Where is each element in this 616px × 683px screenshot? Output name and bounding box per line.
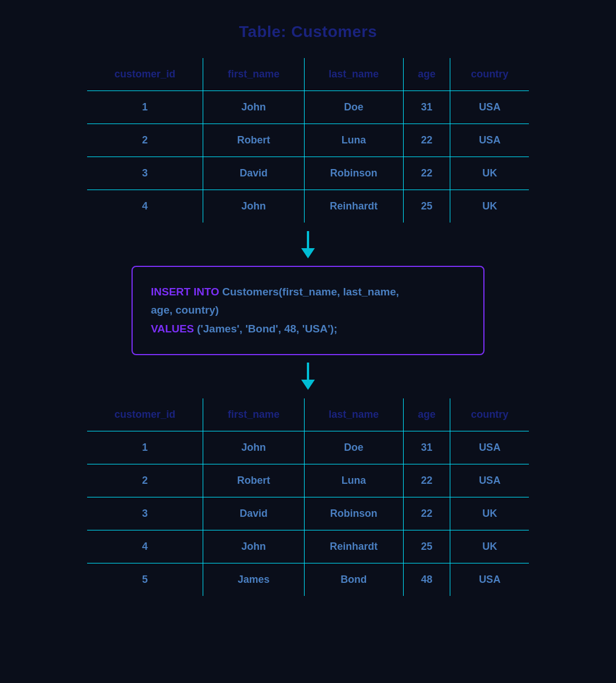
sql-columns-line2: age, country) [151,304,219,316]
table-cell: Robert [203,464,304,497]
table-cell: 5 [87,563,203,596]
arrow-down-icon [301,231,315,258]
table-cell: 3 [87,157,203,190]
col2-header-country: country [450,398,529,431]
table-row: 3DavidRobinson22UK [87,497,529,530]
col2-header-last-name: last_name [305,398,403,431]
customers-table-before: customer_id first_name last_name age cou… [86,57,530,224]
table-cell: John [203,431,304,464]
sql-keyword-values: VALUES [151,323,194,335]
sql-values-data: ('James', 'Bond', 48, 'USA'); [194,323,338,335]
table-cell: 31 [403,91,450,124]
table-cell: Robinson [305,497,403,530]
table-row: 4JohnReinhardt25UK [87,190,529,224]
sql-text: INSERT INTO Customers(first_name, last_n… [151,283,465,338]
table-cell: USA [450,563,529,596]
table-cell: UK [450,157,529,190]
table-cell: Doe [305,91,403,124]
page-container: Table: Customers customer_id first_name … [46,23,570,597]
table-row: 2RobertLuna22USA [87,464,529,497]
table-cell: UK [450,530,529,563]
page-title: Table: Customers [239,23,377,41]
table-cell: 4 [87,530,203,563]
table-cell: Bond [305,563,403,596]
table-cell: UK [450,497,529,530]
table-cell: 22 [403,464,450,497]
table-cell: 25 [403,190,450,224]
sql-statement-box: INSERT INTO Customers(first_name, last_n… [132,266,484,355]
col2-header-customer-id: customer_id [87,398,203,431]
col2-header-first-name: first_name [203,398,304,431]
table-cell: USA [450,124,529,157]
table-row: 1JohnDoe31USA [87,431,529,464]
table-cell: 48 [403,563,450,596]
table-row: 5JamesBond48USA [87,563,529,596]
table-cell: USA [450,464,529,497]
table-cell: Luna [305,464,403,497]
table-cell: Robert [203,124,304,157]
col-header-last-name: last_name [305,57,403,91]
table-cell: 4 [87,190,203,224]
table-cell: 3 [87,497,203,530]
table-cell: 2 [87,124,203,157]
table-cell: 1 [87,431,203,464]
table-cell: USA [450,431,529,464]
table-row: 2RobertLuna22USA [87,124,529,157]
arrow-result [301,362,315,390]
table-cell: John [203,91,304,124]
sql-keyword-insert: INSERT INTO [151,286,219,298]
table-cell: David [203,497,304,530]
col-header-age: age [403,57,450,91]
arrow-down-icon-2 [301,363,315,390]
arrow-insert [301,231,315,259]
table-row: 4JohnReinhardt25UK [87,530,529,563]
table-cell: 25 [403,530,450,563]
table-cell: 2 [87,464,203,497]
table-cell: Doe [305,431,403,464]
table-cell: 31 [403,431,450,464]
table-row: 3DavidRobinson22UK [87,157,529,190]
table-cell: 22 [403,157,450,190]
col-header-customer-id: customer_id [87,57,203,91]
table-cell: USA [450,91,529,124]
table-cell: Luna [305,124,403,157]
sql-table-ref: Customers(first_name, last_name, [219,286,399,298]
col2-header-age: age [403,398,450,431]
col-header-first-name: first_name [203,57,304,91]
table-cell: UK [450,190,529,224]
table-cell: Reinhardt [305,530,403,563]
table-cell: Robinson [305,157,403,190]
table-row: 1JohnDoe31USA [87,91,529,124]
table-cell: 1 [87,91,203,124]
table-cell: 22 [403,124,450,157]
col-header-country: country [450,57,529,91]
table-cell: Reinhardt [305,190,403,224]
table-cell: John [203,530,304,563]
customers-table-after: customer_id first_name last_name age cou… [86,397,530,597]
table-cell: John [203,190,304,224]
table-cell: James [203,563,304,596]
table-cell: David [203,157,304,190]
table-cell: 22 [403,497,450,530]
